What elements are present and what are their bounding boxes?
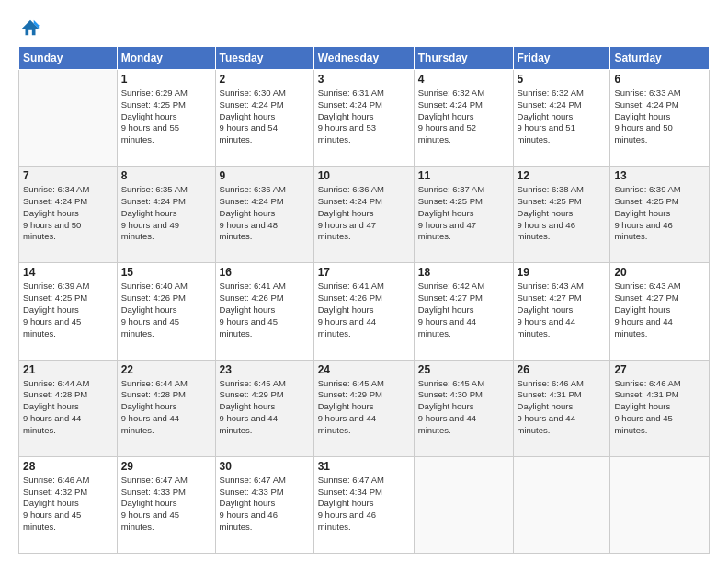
calendar-cell: 6Sunrise: 6:33 AMSunset: 4:24 PMDaylight… xyxy=(610,70,710,167)
weekday-header-wednesday: Wednesday xyxy=(313,47,414,70)
day-info: Sunrise: 6:31 AMSunset: 4:24 PMDaylight … xyxy=(318,87,410,146)
day-info: Sunrise: 6:44 AMSunset: 4:28 PMDaylight … xyxy=(23,378,113,437)
day-info: Sunrise: 6:34 AMSunset: 4:24 PMDaylight … xyxy=(23,184,113,243)
day-info: Sunrise: 6:45 AMSunset: 4:29 PMDaylight … xyxy=(220,378,310,437)
logo xyxy=(18,18,40,39)
calendar-week-2: 7Sunrise: 6:34 AMSunset: 4:24 PMDaylight… xyxy=(19,167,710,263)
weekday-header-row: SundayMondayTuesdayWednesdayThursdayFrid… xyxy=(19,47,710,70)
day-number: 11 xyxy=(418,169,509,182)
calendar-cell: 1Sunrise: 6:29 AMSunset: 4:25 PMDaylight… xyxy=(117,70,215,167)
calendar-week-5: 28Sunrise: 6:46 AMSunset: 4:32 PMDayligh… xyxy=(19,456,710,553)
weekday-header-friday: Friday xyxy=(513,47,610,70)
day-info: Sunrise: 6:45 AMSunset: 4:30 PMDaylight … xyxy=(418,378,509,437)
day-info: Sunrise: 6:46 AMSunset: 4:31 PMDaylight … xyxy=(614,378,705,437)
day-number: 25 xyxy=(418,363,509,376)
day-number: 29 xyxy=(121,460,211,473)
calendar-cell: 29Sunrise: 6:47 AMSunset: 4:33 PMDayligh… xyxy=(117,456,215,553)
day-number: 21 xyxy=(23,363,113,376)
day-info: Sunrise: 6:47 AMSunset: 4:34 PMDaylight … xyxy=(318,475,410,534)
calendar-cell: 14Sunrise: 6:39 AMSunset: 4:25 PMDayligh… xyxy=(19,263,118,360)
day-info: Sunrise: 6:42 AMSunset: 4:27 PMDaylight … xyxy=(418,281,509,339)
day-number: 22 xyxy=(121,363,211,376)
day-number: 27 xyxy=(614,363,705,376)
day-info: Sunrise: 6:35 AMSunset: 4:24 PMDaylight … xyxy=(121,184,211,243)
calendar-cell: 20Sunrise: 6:43 AMSunset: 4:27 PMDayligh… xyxy=(610,263,710,360)
calendar-cell: 25Sunrise: 6:45 AMSunset: 4:30 PMDayligh… xyxy=(414,360,513,456)
day-info: Sunrise: 6:41 AMSunset: 4:26 PMDaylight … xyxy=(318,281,410,339)
calendar-cell xyxy=(610,456,710,553)
weekday-header-monday: Monday xyxy=(117,47,215,70)
weekday-header-thursday: Thursday xyxy=(414,47,513,70)
calendar-week-3: 14Sunrise: 6:39 AMSunset: 4:25 PMDayligh… xyxy=(19,263,710,360)
calendar-table: SundayMondayTuesdayWednesdayThursdayFrid… xyxy=(18,46,710,554)
day-info: Sunrise: 6:30 AMSunset: 4:24 PMDaylight … xyxy=(220,87,310,146)
day-number: 8 xyxy=(121,169,211,182)
calendar-cell: 26Sunrise: 6:46 AMSunset: 4:31 PMDayligh… xyxy=(513,360,610,456)
day-info: Sunrise: 6:33 AMSunset: 4:24 PMDaylight … xyxy=(614,87,705,146)
calendar-cell: 30Sunrise: 6:47 AMSunset: 4:33 PMDayligh… xyxy=(215,456,313,553)
calendar-cell: 24Sunrise: 6:45 AMSunset: 4:29 PMDayligh… xyxy=(313,360,414,456)
calendar-cell: 17Sunrise: 6:41 AMSunset: 4:26 PMDayligh… xyxy=(313,263,414,360)
weekday-header-sunday: Sunday xyxy=(19,47,118,70)
day-info: Sunrise: 6:44 AMSunset: 4:28 PMDaylight … xyxy=(121,378,211,437)
calendar-cell: 19Sunrise: 6:43 AMSunset: 4:27 PMDayligh… xyxy=(513,263,610,360)
calendar-cell: 5Sunrise: 6:32 AMSunset: 4:24 PMDaylight… xyxy=(513,70,610,167)
day-info: Sunrise: 6:43 AMSunset: 4:27 PMDaylight … xyxy=(518,281,607,339)
day-info: Sunrise: 6:41 AMSunset: 4:26 PMDaylight … xyxy=(220,281,310,339)
day-number: 7 xyxy=(23,169,113,182)
day-info: Sunrise: 6:46 AMSunset: 4:31 PMDaylight … xyxy=(518,378,607,437)
calendar-cell: 10Sunrise: 6:36 AMSunset: 4:24 PMDayligh… xyxy=(313,167,414,263)
calendar-cell: 2Sunrise: 6:30 AMSunset: 4:24 PMDaylight… xyxy=(215,70,313,167)
day-info: Sunrise: 6:43 AMSunset: 4:27 PMDaylight … xyxy=(614,281,705,339)
day-number: 9 xyxy=(220,169,310,182)
day-number: 23 xyxy=(220,363,310,376)
calendar-cell xyxy=(414,456,513,553)
weekday-header-tuesday: Tuesday xyxy=(215,47,313,70)
day-number: 18 xyxy=(418,266,509,279)
calendar-cell: 11Sunrise: 6:37 AMSunset: 4:25 PMDayligh… xyxy=(414,167,513,263)
day-number: 16 xyxy=(220,266,310,279)
day-number: 30 xyxy=(220,460,310,473)
day-number: 17 xyxy=(318,266,410,279)
calendar-cell: 21Sunrise: 6:44 AMSunset: 4:28 PMDayligh… xyxy=(19,360,118,456)
day-number: 12 xyxy=(518,169,607,182)
day-number: 19 xyxy=(518,266,607,279)
logo-icon xyxy=(20,18,40,39)
day-info: Sunrise: 6:40 AMSunset: 4:26 PMDaylight … xyxy=(121,281,211,339)
day-info: Sunrise: 6:36 AMSunset: 4:24 PMDaylight … xyxy=(220,184,310,243)
day-number: 13 xyxy=(614,169,705,182)
calendar-week-4: 21Sunrise: 6:44 AMSunset: 4:28 PMDayligh… xyxy=(19,360,710,456)
day-number: 24 xyxy=(318,363,410,376)
calendar-cell: 8Sunrise: 6:35 AMSunset: 4:24 PMDaylight… xyxy=(117,167,215,263)
day-info: Sunrise: 6:36 AMSunset: 4:24 PMDaylight … xyxy=(318,184,410,243)
day-number: 6 xyxy=(614,73,705,86)
day-number: 2 xyxy=(220,73,310,86)
day-info: Sunrise: 6:46 AMSunset: 4:32 PMDaylight … xyxy=(23,475,113,534)
calendar-cell: 13Sunrise: 6:39 AMSunset: 4:25 PMDayligh… xyxy=(610,167,710,263)
day-number: 14 xyxy=(23,266,113,279)
calendar-cell xyxy=(513,456,610,553)
day-info: Sunrise: 6:45 AMSunset: 4:29 PMDaylight … xyxy=(318,378,410,437)
day-info: Sunrise: 6:39 AMSunset: 4:25 PMDaylight … xyxy=(614,184,705,243)
day-info: Sunrise: 6:38 AMSunset: 4:25 PMDaylight … xyxy=(518,184,607,243)
day-number: 10 xyxy=(318,169,410,182)
calendar-week-1: 1Sunrise: 6:29 AMSunset: 4:25 PMDaylight… xyxy=(19,70,710,167)
calendar-cell: 12Sunrise: 6:38 AMSunset: 4:25 PMDayligh… xyxy=(513,167,610,263)
calendar-cell: 23Sunrise: 6:45 AMSunset: 4:29 PMDayligh… xyxy=(215,360,313,456)
day-info: Sunrise: 6:39 AMSunset: 4:25 PMDaylight … xyxy=(23,281,113,339)
calendar-cell: 18Sunrise: 6:42 AMSunset: 4:27 PMDayligh… xyxy=(414,263,513,360)
day-info: Sunrise: 6:47 AMSunset: 4:33 PMDaylight … xyxy=(121,475,211,534)
calendar-cell xyxy=(19,70,118,167)
day-number: 26 xyxy=(518,363,607,376)
calendar-cell: 4Sunrise: 6:32 AMSunset: 4:24 PMDaylight… xyxy=(414,70,513,167)
day-number: 1 xyxy=(121,73,211,86)
calendar-cell: 27Sunrise: 6:46 AMSunset: 4:31 PMDayligh… xyxy=(610,360,710,456)
day-number: 5 xyxy=(518,73,607,86)
day-info: Sunrise: 6:32 AMSunset: 4:24 PMDaylight … xyxy=(418,87,509,146)
day-number: 28 xyxy=(23,460,113,473)
weekday-header-saturday: Saturday xyxy=(610,47,710,70)
day-info: Sunrise: 6:29 AMSunset: 4:25 PMDaylight … xyxy=(121,87,211,146)
calendar-cell: 3Sunrise: 6:31 AMSunset: 4:24 PMDaylight… xyxy=(313,70,414,167)
day-info: Sunrise: 6:47 AMSunset: 4:33 PMDaylight … xyxy=(220,475,310,534)
calendar-cell: 28Sunrise: 6:46 AMSunset: 4:32 PMDayligh… xyxy=(19,456,118,553)
